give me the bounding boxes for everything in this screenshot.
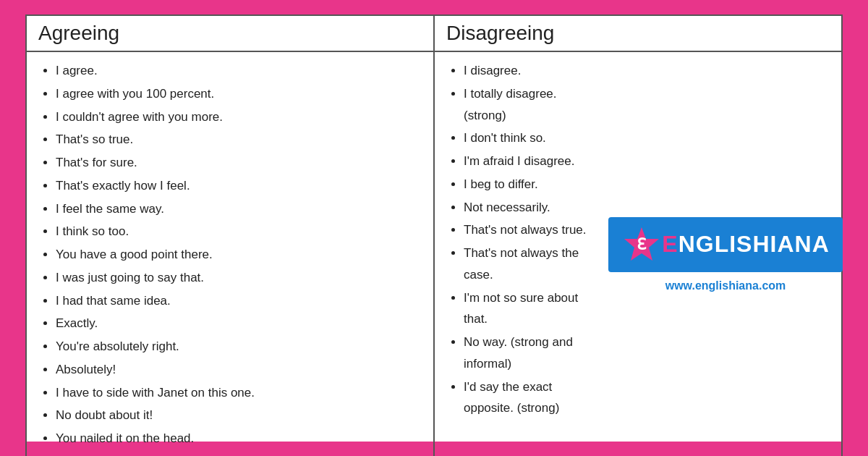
website-url: www.englishiana.com [665, 279, 786, 292]
list-item: You have a good point there. [56, 243, 422, 266]
list-item: I think so too. [56, 220, 422, 243]
list-item: Exactly. [56, 312, 422, 335]
e-letter-icon: Ɛ [637, 235, 647, 254]
agreeing-list: I agree. I agree with you 100 percent. I… [38, 59, 422, 450]
list-item: Absolutely! [56, 358, 422, 381]
main-content: Agreeing I agree. I agree with you 100 p… [25, 14, 843, 442]
list-item: I had that same idea. [56, 290, 422, 313]
list-item: I feel the same way. [56, 198, 422, 221]
list-item: I was just going to say that. [56, 266, 422, 290]
logo-section: Ɛ ENGLISHIANA www.englishiana.com [610, 52, 841, 456]
list-item: You nailed it on the head. [56, 427, 422, 450]
list-item: I disagree. [464, 59, 598, 83]
list-item: I don't think so. [464, 127, 598, 150]
list-item: No doubt about it! [56, 404, 422, 427]
disagreeing-list: I disagree. I totally disagree. (strong)… [446, 59, 598, 420]
list-item: That's for sure. [56, 151, 422, 174]
list-item: That's so true. [56, 128, 422, 151]
list-item: I agree. [56, 59, 422, 83]
list-item: That's not always true. [464, 219, 598, 242]
list-item: I totally disagree. (strong) [464, 83, 598, 127]
agreeing-content: I agree. I agree with you 100 percent. I… [27, 52, 433, 456]
list-item: I have to side with Janet on this one. [56, 381, 422, 405]
list-item: You're absolutely right. [56, 335, 422, 358]
comparison-table: Agreeing I agree. I agree with you 100 p… [25, 14, 843, 456]
disagreeing-column: Disagreeing I disagree. I totally disagr… [435, 16, 841, 456]
list-item: That's exactly how I feel. [56, 174, 422, 198]
logo-star-icon: Ɛ [621, 224, 662, 265]
list-item: I'm not so sure about that. [464, 287, 598, 332]
logo-text: ENGLISHIANA [662, 231, 829, 258]
disagreeing-content: I disagree. I totally disagree. (strong)… [435, 52, 610, 456]
list-item: I beg to differ. [464, 173, 598, 196]
list-item: I agree with you 100 percent. [56, 83, 422, 106]
list-item: No way. (strong and informal) [464, 331, 598, 376]
disagreeing-header: Disagreeing [435, 16, 841, 52]
agreeing-column: Agreeing I agree. I agree with you 100 p… [27, 16, 435, 456]
logo-box: Ɛ ENGLISHIANA [608, 217, 842, 272]
list-item: I couldn't agree with you more. [56, 106, 422, 129]
list-item: That's not always the case. [464, 242, 598, 287]
logo-rest: NGLISHIANA [678, 231, 830, 257]
list-item: Not necessarily. [464, 196, 598, 219]
list-item: I'd say the exact opposite. (strong) [464, 376, 598, 421]
agreeing-header: Agreeing [27, 16, 433, 52]
list-item: I'm afraid I disagree. [464, 150, 598, 173]
logo-e-letter: E [662, 231, 678, 257]
disagreeing-body: I disagree. I totally disagree. (strong)… [435, 52, 841, 456]
